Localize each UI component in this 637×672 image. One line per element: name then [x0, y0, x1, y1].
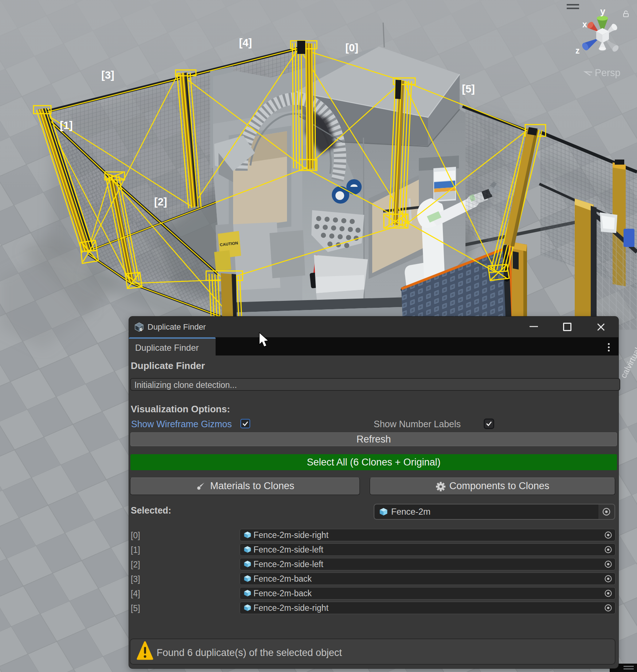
svg-text:[5]: [5]	[462, 83, 475, 95]
svg-text:[2]: [2]	[154, 196, 167, 208]
svg-text:[3]: [3]	[101, 69, 114, 81]
svg-text:[1]: [1]	[60, 119, 72, 131]
svg-text:[0]: [0]	[345, 42, 358, 54]
svg-text:Persp: Persp	[595, 67, 621, 78]
svg-text:y: y	[600, 6, 605, 16]
svg-text:[4]: [4]	[239, 37, 252, 48]
svg-text:x: x	[582, 20, 587, 29]
svg-text:z: z	[575, 46, 580, 55]
